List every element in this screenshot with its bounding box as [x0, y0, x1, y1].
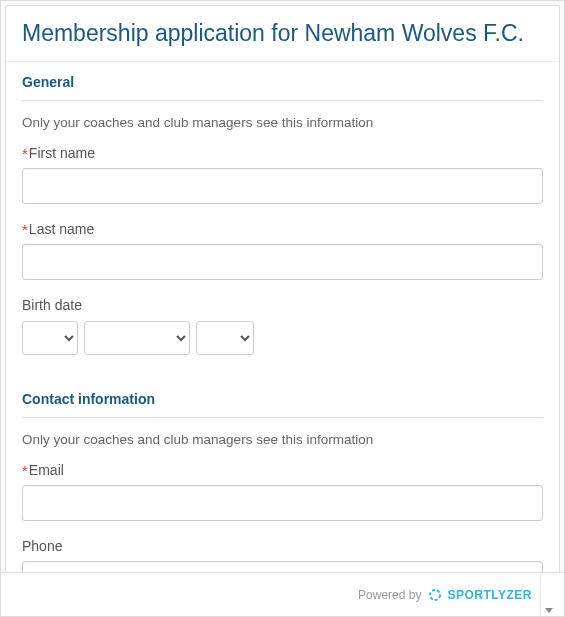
email-input[interactable]	[22, 485, 543, 521]
form-panel: Membership application for Newham Wolves…	[5, 5, 560, 573]
group-last-name: * Last name	[22, 220, 543, 280]
label-email-text: Email	[29, 461, 64, 479]
last-name-input[interactable]	[22, 244, 543, 280]
section-heading-general: General	[22, 74, 543, 101]
birth-year-select[interactable]	[196, 321, 254, 355]
group-phone: Phone	[22, 537, 543, 573]
brand-link[interactable]: SPORTLYZER	[427, 587, 532, 603]
label-last-name: * Last name	[22, 220, 543, 238]
label-birth-date-text: Birth date	[22, 296, 82, 314]
brand-name: SPORTLYZER	[447, 588, 532, 602]
footer: Powered by SPORTLYZER	[1, 572, 564, 616]
first-name-input[interactable]	[22, 168, 543, 204]
group-email: * Email	[22, 461, 543, 521]
birth-day-select[interactable]	[22, 321, 78, 355]
birth-month-select[interactable]	[84, 321, 190, 355]
label-last-name-text: Last name	[29, 220, 94, 238]
page-title: Membership application for Newham Wolves…	[6, 6, 559, 62]
label-email: * Email	[22, 461, 543, 479]
required-asterisk: *	[22, 146, 28, 161]
form-scroll-area[interactable]: Membership application for Newham Wolves…	[1, 1, 564, 573]
label-first-name: * First name	[22, 144, 543, 162]
helper-contact: Only your coaches and club managers see …	[22, 432, 543, 447]
required-asterisk: *	[22, 463, 28, 478]
section-heading-contact: Contact information	[22, 391, 543, 418]
sportlyzer-logo-icon	[427, 587, 443, 603]
group-birth-date: Birth date	[22, 296, 543, 354]
section-contact: Contact information Only your coaches an…	[6, 379, 559, 573]
svg-marker-1	[545, 608, 553, 613]
scrollbar-down-icon[interactable]	[540, 573, 556, 616]
helper-general: Only your coaches and club managers see …	[22, 115, 543, 130]
label-phone-text: Phone	[22, 537, 62, 555]
group-first-name: * First name	[22, 144, 543, 204]
label-phone: Phone	[22, 537, 543, 555]
label-first-name-text: First name	[29, 144, 95, 162]
label-birth-date: Birth date	[22, 296, 543, 314]
powered-by-label: Powered by	[358, 588, 421, 602]
birth-date-selects	[22, 321, 543, 355]
svg-point-0	[430, 590, 440, 600]
section-general: General Only your coaches and club manag…	[6, 62, 559, 379]
required-asterisk: *	[22, 222, 28, 237]
